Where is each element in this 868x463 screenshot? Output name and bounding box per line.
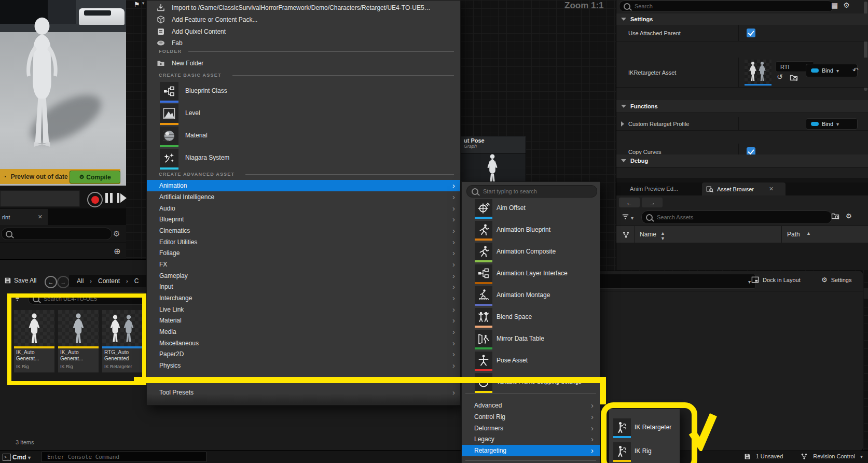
close-icon[interactable]: ✕ [38, 214, 43, 220]
bind-button[interactable]: Bind [806, 64, 858, 77]
expand-triangle-icon[interactable] [621, 121, 624, 127]
tab-asset-browser[interactable]: Asset Browser ✕ [702, 183, 786, 195]
submenu-item-pose-asset[interactable]: Pose Asset [462, 349, 600, 371]
menu-category-gameplay[interactable]: Gameplay [147, 270, 460, 282]
asset-tile[interactable]: IK_Auto Generat... IK Rig [14, 310, 54, 373]
reset-to-default-icon[interactable]: ↶ [852, 66, 859, 74]
menu-category-paper2d[interactable]: Paper2D [147, 348, 460, 360]
submenu-item-blend-space[interactable]: Blend Space [462, 306, 600, 328]
submenu-item-animation-composite[interactable]: Animation Composite [462, 241, 600, 262]
menu-category-fx[interactable]: FX [147, 259, 460, 270]
grid-view-icon[interactable]: ▦ [831, 1, 838, 9]
toolbar-field[interactable] [0, 190, 80, 207]
menu-category-media[interactable]: Media [147, 326, 460, 338]
menu-item-fab[interactable]: Fab [147, 37, 460, 49]
submenu-category-advanced[interactable]: Advanced [462, 400, 600, 411]
ikretargeter-thumbnail[interactable] [745, 60, 771, 86]
revision-control-button[interactable]: Revision Control [813, 453, 855, 459]
add-icon[interactable]: ⊕ [114, 246, 120, 256]
blueprint-tab[interactable]: rint ✕ [0, 209, 48, 225]
bookmark-icon[interactable]: ⚑ [134, 1, 140, 8]
use-attached-parent-checkbox[interactable] [747, 29, 755, 37]
chevron-down-icon[interactable]: ▾ [142, 1, 145, 6]
submenu-item-animation-montage[interactable]: Animation Montage [462, 284, 600, 306]
menu-category-live-link[interactable]: Live Link [147, 304, 460, 315]
submenu-item-variable-frame-stripping[interactable]: Variable Frame Stripping Settings [462, 371, 600, 393]
tab-anim-preview-editor[interactable]: Anim Preview Ed... [630, 186, 678, 192]
functions-section-header[interactable]: Functions [616, 100, 868, 113]
submenu-search-input[interactable] [482, 188, 592, 195]
flyout-item-ik-rig[interactable]: IK Rig [609, 439, 680, 463]
asset-search-input[interactable] [43, 295, 145, 302]
menu-category-input[interactable]: Input [147, 281, 460, 292]
menu-item-material[interactable]: Material [147, 127, 460, 147]
breadcrumb-current[interactable]: C [134, 277, 139, 285]
menu-item-import[interactable]: Import to /Game/ClassicSurvivalHorrorFra… [147, 2, 460, 13]
search-input[interactable] [16, 230, 107, 237]
console-command-field[interactable] [42, 452, 206, 462]
pause-button[interactable] [105, 193, 113, 203]
save-all-button[interactable]: Save All [4, 277, 36, 284]
close-icon[interactable]: ✕ [769, 186, 774, 192]
dock-in-layout-button[interactable]: Dock in Layout [751, 276, 801, 284]
folder-search-icon[interactable] [831, 212, 839, 220]
menu-category-foliage[interactable]: Foliage [147, 247, 460, 259]
menu-category-cinematics[interactable]: Cinematics [147, 225, 460, 236]
asset-browser-search[interactable] [641, 211, 832, 224]
forward-button[interactable]: → [57, 276, 70, 288]
menu-item-niagara-system[interactable]: Niagara System [147, 149, 460, 170]
output-pose-node[interactable]: ut Pose Graph [454, 136, 526, 185]
submenu-category-legacy[interactable]: Legacy [462, 433, 600, 445]
use-selected-icon[interactable]: ↺ [777, 73, 783, 81]
breadcrumb-all[interactable]: All [77, 277, 84, 285]
history-back-button[interactable]: ← [619, 198, 640, 207]
asset-search[interactable] [28, 292, 149, 305]
menu-category-miscellaneous[interactable]: Miscellaneous [147, 338, 460, 349]
preview-viewport[interactable]: ◔ Preview out of date ⚙ Compile [0, 0, 126, 186]
panel-settings-button[interactable]: ⚙ Settings [821, 276, 851, 284]
submenu-search[interactable] [466, 185, 597, 198]
filter-icon[interactable] [622, 213, 629, 221]
menu-category-audio[interactable]: Audio [147, 203, 460, 214]
submenu-category-retargeting[interactable]: Retargeting [462, 445, 600, 456]
menu-item-add-feature[interactable]: Add Feature or Content Pack... [147, 14, 460, 25]
submenu-item-mirror-data-table[interactable]: Mirror Data Table [462, 328, 600, 349]
menu-category-interchange[interactable]: Interchange [147, 292, 460, 304]
menu-item-level[interactable]: Level [147, 104, 460, 125]
submenu-category-control-rig[interactable]: Control Rig [462, 411, 600, 423]
column-path[interactable]: Path [787, 231, 800, 238]
menu-category-material[interactable]: Material [147, 315, 460, 326]
cmd-selector[interactable]: Cmd [12, 454, 31, 461]
filter-icon[interactable] [13, 294, 21, 302]
browse-to-asset-icon[interactable] [790, 74, 798, 82]
chevron-down-icon[interactable] [631, 213, 633, 222]
breadcrumb-content[interactable]: Content [98, 277, 120, 285]
asset-tile[interactable]: IK_Auto Generat... IK Rig [58, 310, 99, 373]
back-button[interactable]: ← [45, 276, 57, 288]
menu-item-new-folder[interactable]: New Folder [147, 58, 460, 69]
revision-column-icon[interactable] [622, 231, 630, 238]
settings-section-header[interactable]: Settings [616, 13, 868, 25]
step-button[interactable] [117, 193, 127, 203]
gear-icon[interactable]: ⚙ [843, 1, 850, 9]
gear-icon[interactable]: ⚙ [846, 212, 852, 220]
menu-category-artificial-intelligence[interactable]: Artificial Intelligence [147, 191, 460, 203]
column-name[interactable]: Name [640, 231, 656, 238]
details-search[interactable] [619, 1, 834, 12]
menu-category-physics[interactable]: Physics [147, 360, 460, 371]
menu-category-animation[interactable]: Animation [147, 180, 460, 191]
menu-item-add-quixel[interactable]: Add Quixel Content [147, 26, 460, 37]
gear-icon[interactable]: ⚙ [113, 229, 120, 238]
my-blueprint-search[interactable] [1, 228, 112, 240]
submenu-item-animation-layer-interface[interactable]: Animation Layer Interface [462, 262, 600, 284]
details-search-input[interactable] [633, 3, 829, 10]
console-command-input[interactable] [46, 453, 202, 461]
submenu-item-aim-offset[interactable]: Aim Offset [462, 197, 600, 219]
flyout-item-ik-retargeter[interactable]: IK Retargeter [609, 415, 680, 439]
asset-tile[interactable]: RTG_Auto Generated IK Retargeter [102, 310, 143, 373]
debug-section-header[interactable]: Debug [616, 155, 868, 167]
unsaved-status[interactable]: 1 Unsaved [756, 453, 783, 459]
menu-category-blueprint[interactable]: Blueprint [147, 214, 460, 225]
bind-button[interactable]: Bind [806, 118, 858, 130]
history-forward-button[interactable]: → [642, 198, 663, 207]
